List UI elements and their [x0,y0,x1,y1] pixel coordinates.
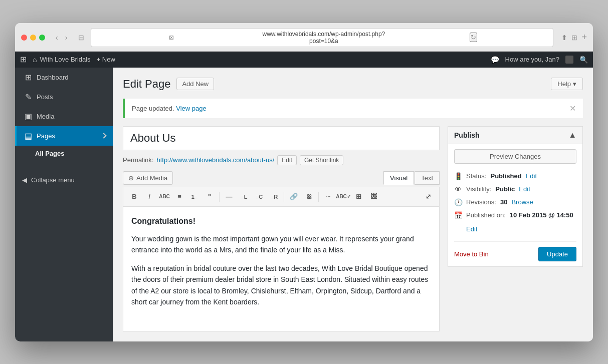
horizontal-rule-button[interactable]: — [222,190,236,203]
insert-more-button[interactable]: ··· [321,190,335,203]
status-icon: 🚦 [454,172,462,180]
add-media-button[interactable]: ⊕ Add Media [123,171,173,185]
posts-icon: ✎ [24,92,33,102]
fullscreen-button[interactable]: ⤢ [421,190,435,203]
view-page-link[interactable]: View page [176,105,206,112]
content-para-2: With a reputation in bridal couture over… [131,263,431,308]
home-icon: ⌂ [33,56,37,64]
toolbar-divider-2 [284,192,284,202]
publish-visibility: 👁 Visibility: Public Edit [454,183,576,196]
permalink-bar: Permalink: http://www.withlovebridals.co… [123,155,440,165]
ordered-list-button[interactable]: 1≡ [187,190,201,203]
status-value: Published [490,172,521,180]
align-left-button[interactable]: ≡L [237,190,251,203]
date-icon: 📅 [454,211,462,219]
publish-meta: 🚦 Status: Published Edit 👁 Visibility: P [454,170,576,235]
add-media-icon: ⊕ [128,174,134,182]
reload-button[interactable]: ↻ [470,33,477,42]
traffic-light-green[interactable] [39,35,45,41]
collapse-menu-button[interactable]: ◀ Collapse menu [15,171,113,189]
visibility-icon: 👁 [454,185,462,193]
traffic-lights [21,35,45,41]
sidebar-item-posts[interactable]: ✎ Posts [15,87,113,107]
toolbar-divider-3 [318,192,319,202]
blockquote-button[interactable]: " [202,190,217,203]
table-button[interactable]: ⊞ [351,190,365,203]
share-button[interactable]: ⬆ [561,32,567,43]
address-bar[interactable]: ⊠ www.withlovebridals.com/wp-admin/post.… [91,28,553,47]
browser-window: ‹ › ⊟ ⊠ www.withlovebridals.com/wp-admin… [15,23,593,341]
status-edit-link[interactable]: Edit [526,172,537,180]
sidebar-label-posts: Posts [37,93,53,101]
permalink-url[interactable]: http://www.withlovebridals.com/about-us/ [156,156,274,164]
back-button[interactable]: ‹ [53,33,61,43]
publish-status: 🚦 Status: Published Edit [454,170,576,183]
pages-arrow-icon [101,133,106,138]
revisions-icon: 🕐 [454,198,462,206]
sidebar-item-dashboard[interactable]: ⊞ Dashboard [15,68,113,87]
published-value: 10 Feb 2015 @ 14:50 [510,211,573,219]
unlink-button[interactable]: ⛓ [302,190,316,203]
page-title-input[interactable] [123,126,440,150]
browser-actions: ⬆ ⊞ + [561,32,587,43]
add-new-button[interactable]: Add New [176,78,214,90]
move-to-bin-button[interactable]: Move to Bin [454,250,489,258]
publish-box-header: Publish ▲ [448,127,582,144]
insert-link-button[interactable]: 🔗 [287,190,301,203]
published-label: Published on: [466,211,506,219]
add-media-label: Add Media [136,174,167,182]
editor-toolbar-top: ⊕ Add Media Visual Text [123,171,440,185]
editor-content-area[interactable]: Congratulations! Your wedding gown is th… [123,206,440,331]
get-shortlink-button[interactable]: Get Shortlink [300,155,343,165]
content-para-1: Your wedding gown is the most important … [131,233,431,256]
collapse-icon: ◀ [22,176,27,184]
traffic-light-yellow[interactable] [30,35,36,41]
unordered-list-button[interactable]: ≡ [172,190,186,203]
status-label: Status: [466,172,486,180]
visibility-edit-link[interactable]: Edit [519,185,530,193]
window-view-button[interactable]: ⊟ [76,33,87,43]
permalink-edit-button[interactable]: Edit [277,155,297,165]
sidebar-label-media: Media [37,113,54,120]
sidebar-button[interactable]: ⊞ [571,32,577,43]
page-header: Edit Page Add New Help ▾ [123,78,583,91]
admin-bar-site[interactable]: ⌂ With Love Bridals [33,56,91,64]
sidebar-item-media[interactable]: ▣ Media [15,107,113,126]
preview-changes-button[interactable]: Preview Changes [454,149,576,164]
comment-icon[interactable]: 💬 [491,56,499,64]
spellcheck-button[interactable]: ABC✓ [336,190,350,203]
italic-button[interactable]: I [142,190,156,203]
search-icon[interactable]: 🔍 [579,56,588,64]
align-center-button[interactable]: ≡C [252,190,266,203]
publish-collapse-button[interactable]: ▲ [568,131,576,140]
traffic-light-red[interactable] [21,35,27,41]
published-edit-link[interactable]: Edit [466,225,477,233]
help-arrow-icon: ▾ [573,80,576,88]
update-button[interactable]: Update [538,247,576,261]
publish-box-body: Preview Changes 🚦 Status: Published Edit [448,144,582,266]
tab-visual[interactable]: Visual [383,171,414,185]
forward-button[interactable]: › [63,33,70,43]
revisions-browse-link[interactable]: Browse [511,198,533,206]
admin-bar-new[interactable]: + New [97,56,115,63]
browser-chrome: ‹ › ⊟ ⊠ www.withlovebridals.com/wp-admin… [15,23,593,52]
sidebar-item-pages[interactable]: ▤ Pages [15,126,113,146]
revisions-label: Revisions: [466,198,496,206]
new-tab-button[interactable]: + [581,32,587,43]
wp-content: Edit Page Add New Help ▾ Page updated. V… [113,68,593,341]
publish-sidebar: Publish ▲ Preview Changes 🚦 Status: Publ… [448,126,583,331]
tab-text[interactable]: Text [415,171,440,185]
help-label: Help [557,80,571,88]
strikethrough-button[interactable]: ABC [157,190,171,203]
editor-main: Permalink: http://www.withlovebridals.co… [123,126,440,331]
notice-close-button[interactable]: ✕ [569,104,576,113]
notice-message: Page updated. View page [132,105,207,112]
align-right-button[interactable]: ≡R [267,190,281,203]
sidebar-subitem-all-pages[interactable]: All Pages [15,146,113,161]
collapse-label: Collapse menu [31,176,75,184]
new-label: + New [97,56,115,63]
bold-button[interactable]: B [127,190,141,203]
insert-image-button[interactable]: 🖼 [366,190,380,203]
update-notice: Page updated. View page ✕ [123,99,583,118]
help-button[interactable]: Help ▾ [551,78,583,90]
